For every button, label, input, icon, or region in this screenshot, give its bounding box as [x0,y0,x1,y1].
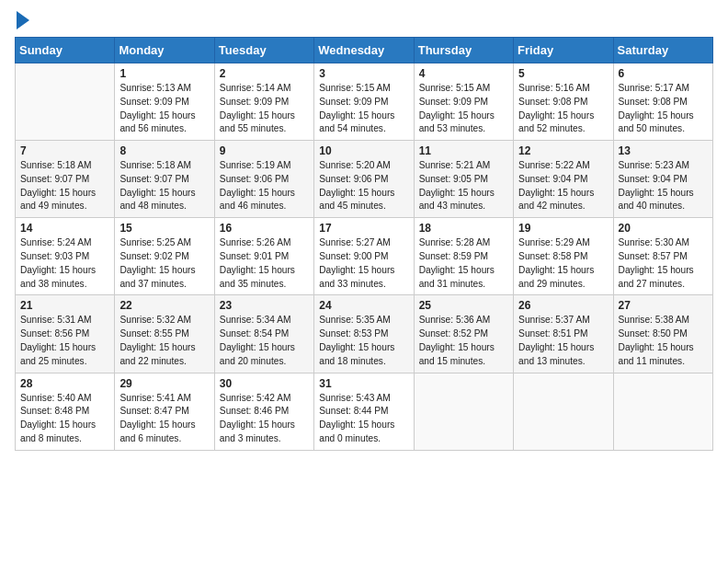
day-number: 14 [20,222,109,235]
calendar-cell: 7Sunrise: 5:18 AM Sunset: 9:07 PM Daylig… [16,141,115,218]
day-number: 24 [319,299,408,312]
day-number: 6 [619,67,708,80]
day-info: Sunrise: 5:13 AM Sunset: 9:09 PM Dayligh… [119,82,209,136]
calendar-cell: 20Sunrise: 5:30 AM Sunset: 8:57 PM Dayli… [613,218,712,295]
calendar-cell [414,373,513,450]
day-info: Sunrise: 5:14 AM Sunset: 9:09 PM Dayligh… [220,82,309,136]
day-number: 2 [220,67,309,80]
calendar-cell: 21Sunrise: 5:31 AM Sunset: 8:56 PM Dayli… [16,295,115,373]
page-header [15,15,713,29]
day-info: Sunrise: 5:23 AM Sunset: 9:04 PM Dayligh… [619,159,708,213]
calendar-cell: 18Sunrise: 5:28 AM Sunset: 8:59 PM Dayli… [414,218,513,295]
day-number: 28 [20,377,109,390]
calendar-cell [16,63,115,141]
day-info: Sunrise: 5:16 AM Sunset: 9:08 PM Dayligh… [518,82,608,136]
calendar-week-row: 28Sunrise: 5:40 AM Sunset: 8:48 PM Dayli… [16,373,713,450]
day-number: 12 [518,144,608,157]
day-number: 22 [119,299,209,312]
day-info: Sunrise: 5:18 AM Sunset: 9:07 PM Dayligh… [20,159,109,213]
day-info: Sunrise: 5:40 AM Sunset: 8:48 PM Dayligh… [20,392,109,446]
calendar-week-row: 7Sunrise: 5:18 AM Sunset: 9:07 PM Daylig… [16,141,713,218]
calendar-cell: 26Sunrise: 5:37 AM Sunset: 8:51 PM Dayli… [514,295,613,373]
day-info: Sunrise: 5:22 AM Sunset: 9:04 PM Dayligh… [518,159,608,213]
calendar-cell: 17Sunrise: 5:27 AM Sunset: 9:00 PM Dayli… [314,218,414,295]
day-info: Sunrise: 5:41 AM Sunset: 8:47 PM Dayligh… [119,392,209,446]
calendar-cell: 12Sunrise: 5:22 AM Sunset: 9:04 PM Dayli… [514,141,613,218]
day-info: Sunrise: 5:25 AM Sunset: 9:02 PM Dayligh… [119,236,209,291]
day-number: 10 [319,144,408,157]
calendar-cell: 4Sunrise: 5:15 AM Sunset: 9:09 PM Daylig… [414,63,513,141]
calendar-cell: 5Sunrise: 5:16 AM Sunset: 9:08 PM Daylig… [514,63,613,141]
day-info: Sunrise: 5:38 AM Sunset: 8:50 PM Dayligh… [619,314,708,368]
calendar-cell: 8Sunrise: 5:18 AM Sunset: 9:07 PM Daylig… [115,141,214,218]
calendar-header-row: SundayMondayTuesdayWednesdayThursdayFrid… [16,38,713,63]
day-number: 8 [119,144,209,157]
weekday-header-monday: Monday [115,38,214,63]
day-info: Sunrise: 5:20 AM Sunset: 9:06 PM Dayligh… [319,159,408,213]
day-number: 23 [220,299,309,312]
day-number: 20 [619,222,708,235]
weekday-header-saturday: Saturday [613,38,712,63]
day-number: 26 [518,299,608,312]
calendar-cell: 6Sunrise: 5:17 AM Sunset: 9:08 PM Daylig… [613,63,712,141]
calendar-cell: 15Sunrise: 5:25 AM Sunset: 9:02 PM Dayli… [115,218,214,295]
day-info: Sunrise: 5:21 AM Sunset: 9:05 PM Dayligh… [419,159,508,213]
day-number: 30 [220,377,309,390]
day-info: Sunrise: 5:31 AM Sunset: 8:56 PM Dayligh… [20,314,109,368]
day-info: Sunrise: 5:15 AM Sunset: 9:09 PM Dayligh… [419,82,508,136]
day-info: Sunrise: 5:34 AM Sunset: 8:54 PM Dayligh… [220,314,309,368]
day-info: Sunrise: 5:27 AM Sunset: 9:00 PM Dayligh… [319,236,408,291]
weekday-header-tuesday: Tuesday [214,38,313,63]
day-number: 15 [119,222,209,235]
day-number: 11 [419,144,508,157]
day-info: Sunrise: 5:17 AM Sunset: 9:08 PM Dayligh… [619,82,708,136]
calendar-cell: 13Sunrise: 5:23 AM Sunset: 9:04 PM Dayli… [613,141,712,218]
day-number: 19 [518,222,608,235]
calendar-cell: 9Sunrise: 5:19 AM Sunset: 9:06 PM Daylig… [214,141,313,218]
calendar-cell: 24Sunrise: 5:35 AM Sunset: 8:53 PM Dayli… [314,295,414,373]
calendar-cell: 25Sunrise: 5:36 AM Sunset: 8:52 PM Dayli… [414,295,513,373]
weekday-header-friday: Friday [514,38,613,63]
calendar-cell: 28Sunrise: 5:40 AM Sunset: 8:48 PM Dayli… [16,373,115,450]
day-number: 18 [419,222,508,235]
calendar-week-row: 14Sunrise: 5:24 AM Sunset: 9:03 PM Dayli… [16,218,713,295]
calendar-cell: 10Sunrise: 5:20 AM Sunset: 9:06 PM Dayli… [314,141,414,218]
day-info: Sunrise: 5:15 AM Sunset: 9:09 PM Dayligh… [319,82,408,136]
calendar-cell: 23Sunrise: 5:34 AM Sunset: 8:54 PM Dayli… [214,295,313,373]
day-info: Sunrise: 5:30 AM Sunset: 8:57 PM Dayligh… [619,236,708,291]
day-info: Sunrise: 5:19 AM Sunset: 9:06 PM Dayligh… [220,159,309,213]
day-number: 29 [119,377,209,390]
calendar-cell [613,373,712,450]
calendar-cell: 1Sunrise: 5:13 AM Sunset: 9:09 PM Daylig… [115,63,214,141]
day-number: 31 [319,377,408,390]
day-number: 16 [220,222,309,235]
calendar-cell: 29Sunrise: 5:41 AM Sunset: 8:47 PM Dayli… [115,373,214,450]
day-number: 5 [518,67,608,80]
day-info: Sunrise: 5:36 AM Sunset: 8:52 PM Dayligh… [419,314,508,368]
day-number: 17 [319,222,408,235]
calendar-cell: 2Sunrise: 5:14 AM Sunset: 9:09 PM Daylig… [214,63,313,141]
calendar-table: SundayMondayTuesdayWednesdayThursdayFrid… [15,37,713,451]
day-info: Sunrise: 5:43 AM Sunset: 8:44 PM Dayligh… [319,392,408,446]
weekday-header-wednesday: Wednesday [314,38,414,63]
day-info: Sunrise: 5:35 AM Sunset: 8:53 PM Dayligh… [319,314,408,368]
day-number: 3 [319,67,408,80]
weekday-header-sunday: Sunday [16,38,115,63]
day-number: 13 [619,144,708,157]
day-number: 4 [419,67,508,80]
calendar-cell [514,373,613,450]
day-number: 21 [20,299,109,312]
day-number: 9 [220,144,309,157]
calendar-cell: 19Sunrise: 5:29 AM Sunset: 8:58 PM Dayli… [514,218,613,295]
day-info: Sunrise: 5:32 AM Sunset: 8:55 PM Dayligh… [119,314,209,368]
calendar-cell: 31Sunrise: 5:43 AM Sunset: 8:44 PM Dayli… [314,373,414,450]
day-info: Sunrise: 5:37 AM Sunset: 8:51 PM Dayligh… [518,314,608,368]
calendar-cell: 14Sunrise: 5:24 AM Sunset: 9:03 PM Dayli… [16,218,115,295]
day-number: 25 [419,299,508,312]
calendar-cell: 11Sunrise: 5:21 AM Sunset: 9:05 PM Dayli… [414,141,513,218]
calendar-cell: 3Sunrise: 5:15 AM Sunset: 9:09 PM Daylig… [314,63,414,141]
calendar-cell: 16Sunrise: 5:26 AM Sunset: 9:01 PM Dayli… [214,218,313,295]
day-info: Sunrise: 5:29 AM Sunset: 8:58 PM Dayligh… [518,236,608,291]
day-info: Sunrise: 5:26 AM Sunset: 9:01 PM Dayligh… [220,236,309,291]
weekday-header-thursday: Thursday [414,38,513,63]
